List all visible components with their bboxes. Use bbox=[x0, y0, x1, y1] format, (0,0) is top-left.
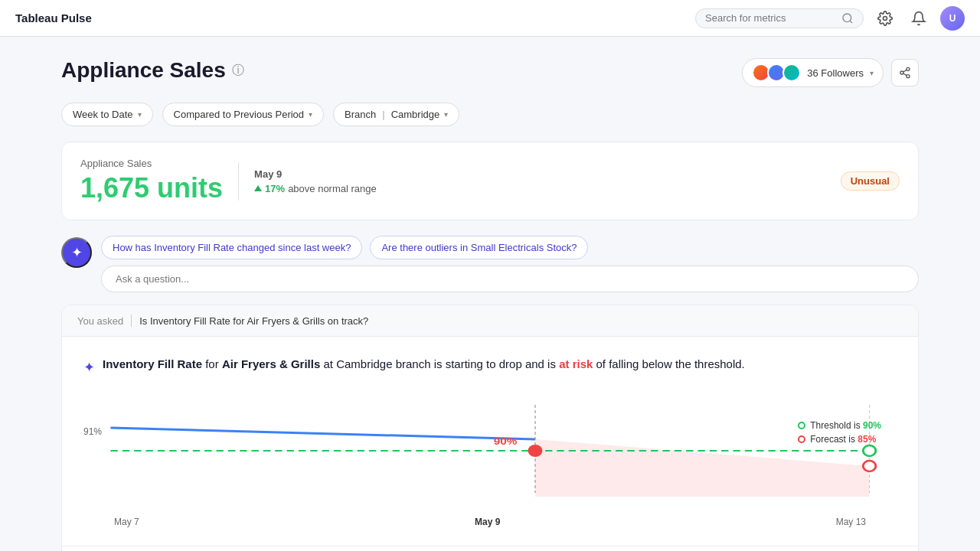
svg-point-4 bbox=[900, 71, 903, 74]
info-icon[interactable]: ⓘ bbox=[232, 63, 244, 79]
metric-date-section: May 9 17% above normal range bbox=[254, 168, 377, 194]
insight-body: ✦ Inventory Fill Rate for Air Fryers & G… bbox=[62, 337, 918, 546]
x-label-may9: May 9 bbox=[475, 517, 500, 527]
suggestion-chip-1[interactable]: How has Inventory Fill Rate changed sinc… bbox=[101, 236, 362, 259]
insight-text: ✦ Inventory Fill Rate for Air Fryers & G… bbox=[83, 355, 897, 379]
chevron-down-icon: ▾ bbox=[138, 110, 142, 119]
chevron-down-icon: ▾ bbox=[870, 69, 874, 77]
svg-line-1 bbox=[850, 21, 852, 23]
ask-question-input[interactable] bbox=[101, 266, 919, 292]
threshold-legend-item: Threshold is 90% bbox=[798, 420, 881, 431]
x-label-may7: May 7 bbox=[114, 517, 139, 527]
metric-label: Appliance Sales bbox=[80, 158, 223, 169]
branch-filter[interactable]: Branch | Cambridge ▾ bbox=[333, 103, 459, 126]
followers-button[interactable]: 36 Followers ▾ bbox=[742, 58, 884, 87]
chart-legend: Threshold is 90% Forecast is 85% bbox=[798, 420, 881, 448]
metric-card: Appliance Sales 1,675 units May 9 17% ab… bbox=[61, 142, 919, 220]
chevron-down-icon: ▾ bbox=[309, 110, 312, 119]
chart-y-label: 91% bbox=[83, 426, 102, 437]
filter-separator: | bbox=[382, 109, 384, 120]
forecast-legend-label: Forecast is 85% bbox=[810, 434, 876, 445]
actual-data-line bbox=[110, 428, 535, 439]
suggestion-chips: How has Inventory Fill Rate changed sinc… bbox=[101, 236, 919, 292]
search-bar[interactable] bbox=[695, 8, 864, 28]
you-asked-label: You asked bbox=[77, 315, 123, 327]
threshold-legend-label: Threshold is 90% bbox=[810, 420, 881, 431]
insight-footer: Follow this metric Share This Insight bbox=[62, 546, 918, 551]
comparison-filter[interactable]: Compared to Previous Period ▾ bbox=[162, 103, 325, 126]
forecast-legend-dot bbox=[798, 435, 805, 443]
you-asked-question: Is Inventory Fill Rate for Air Fryers & … bbox=[139, 315, 368, 327]
ai-sparkle-icon: ✦ bbox=[83, 357, 95, 379]
threshold-legend-dot bbox=[798, 422, 805, 429]
notifications-button[interactable] bbox=[906, 6, 931, 31]
you-asked-bar: You asked Is Inventory Fill Rate for Air… bbox=[62, 305, 918, 337]
current-dot bbox=[528, 445, 543, 457]
chart-svg: 90% bbox=[83, 397, 897, 497]
user-avatar[interactable]: U bbox=[940, 6, 965, 31]
filter-bar: Week to Date ▾ Compared to Previous Peri… bbox=[61, 103, 919, 126]
topnav-icons: U bbox=[873, 6, 965, 31]
date-range-label: Week to Date bbox=[73, 109, 133, 120]
dot-label: 90% bbox=[494, 435, 518, 447]
page-title: Appliance Sales bbox=[61, 58, 226, 83]
metric-change-pct: 17% bbox=[265, 183, 285, 194]
share-icon bbox=[899, 67, 911, 79]
svg-line-6 bbox=[903, 73, 907, 76]
metric-change-text: above normal range bbox=[288, 183, 377, 194]
x-label-may13: May 13 bbox=[836, 517, 866, 527]
page-title-row: Appliance Sales ⓘ bbox=[61, 58, 244, 83]
gear-icon bbox=[877, 11, 893, 26]
forecast-legend-item: Forecast is 85% bbox=[798, 434, 881, 445]
top-navigation: Tableau Pulse U bbox=[0, 0, 980, 37]
bell-icon bbox=[911, 11, 926, 26]
comparison-label: Compared to Previous Period bbox=[174, 109, 305, 120]
ai-button[interactable]: ✦ bbox=[61, 237, 92, 268]
follower-avatar-3 bbox=[782, 64, 801, 82]
svg-point-2 bbox=[884, 16, 887, 20]
forecast-end-dot bbox=[863, 461, 876, 471]
you-asked-divider bbox=[131, 315, 132, 327]
page-header: Appliance Sales ⓘ 36 Followers ▾ bbox=[61, 58, 919, 87]
metric-date: May 9 bbox=[254, 168, 377, 180]
chart-container: 91% bbox=[83, 397, 897, 504]
suggestion-chip-2[interactable]: Are there outliers in Small Electricals … bbox=[370, 236, 588, 259]
insight-card: You asked Is Inventory Fill Rate for Air… bbox=[61, 305, 919, 551]
search-input[interactable] bbox=[705, 12, 837, 24]
metric-divider bbox=[238, 162, 239, 201]
insight-at-risk: at risk bbox=[559, 357, 593, 370]
svg-line-7 bbox=[903, 70, 907, 72]
settings-button[interactable] bbox=[873, 6, 897, 31]
chart-x-labels: May 7 May 9 May 13 bbox=[83, 517, 897, 527]
metric-card-left: Appliance Sales 1,675 units bbox=[80, 158, 223, 204]
svg-point-3 bbox=[906, 67, 910, 70]
svg-point-0 bbox=[843, 14, 851, 22]
metric-change: 17% above normal range bbox=[254, 183, 377, 194]
date-range-filter[interactable]: Week to Date ▾ bbox=[61, 103, 153, 126]
search-icon bbox=[841, 12, 854, 24]
share-button[interactable] bbox=[891, 59, 919, 86]
up-arrow-icon bbox=[254, 185, 262, 191]
suggestion-row: How has Inventory Fill Rate changed sinc… bbox=[101, 236, 919, 259]
insight-ending: of falling below the threshold. bbox=[596, 357, 745, 370]
app-brand: Tableau Pulse bbox=[15, 11, 92, 24]
insight-metric-name: Inventory Fill Rate bbox=[103, 357, 202, 370]
ai-section: ✦ How has Inventory Fill Rate changed si… bbox=[61, 236, 919, 292]
risk-zone bbox=[535, 439, 870, 497]
insight-description-part: at Cambridge branch is starting to drop … bbox=[323, 357, 556, 370]
follower-avatars bbox=[752, 64, 801, 82]
branch-label: Branch bbox=[345, 109, 376, 120]
insight-product-name: Air Fryers & Grills bbox=[222, 357, 320, 370]
insight-description: Inventory Fill Rate for Air Fryers & Gri… bbox=[103, 355, 745, 373]
page-header-right: 36 Followers ▾ bbox=[742, 58, 919, 87]
followers-count: 36 Followers bbox=[807, 67, 864, 79]
svg-point-5 bbox=[906, 75, 910, 78]
unusual-badge: Unusual bbox=[841, 171, 900, 191]
chevron-down-icon: ▾ bbox=[444, 110, 448, 119]
insight-for: for bbox=[205, 357, 222, 370]
sparkle-icon: ✦ bbox=[71, 244, 83, 261]
metric-value: 1,675 units bbox=[80, 172, 223, 204]
branch-value: Cambridge bbox=[391, 109, 440, 120]
main-content: Appliance Sales ⓘ 36 Followers ▾ bbox=[0, 37, 980, 551]
